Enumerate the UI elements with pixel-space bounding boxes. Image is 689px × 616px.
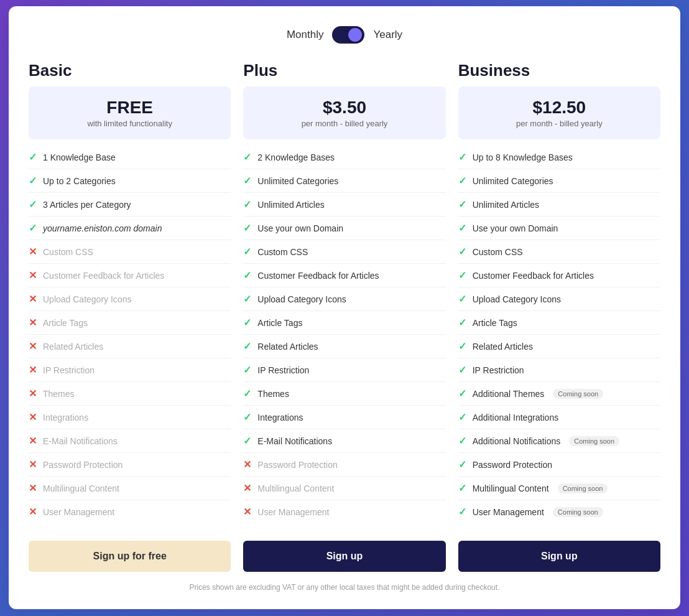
feature-item-basic-10: ✕Themes bbox=[29, 382, 231, 406]
feature-label-basic-4: Custom CSS bbox=[43, 247, 93, 257]
feature-label-business-6: Upload Category Icons bbox=[473, 294, 561, 304]
feature-label-business-0: Up to 8 Knowledge Bases bbox=[473, 152, 573, 162]
check-icon: ✓ bbox=[243, 175, 251, 187]
feature-item-basic-2: ✓3 Articles per Category bbox=[29, 193, 231, 217]
feature-label-business-2: Unlimited Articles bbox=[473, 200, 539, 210]
plan-name-business: Business bbox=[458, 61, 660, 80]
feature-item-basic-8: ✕Related Articles bbox=[29, 335, 231, 358]
check-icon: ✓ bbox=[458, 340, 466, 352]
feature-label-business-3: Use your own Domain bbox=[473, 223, 558, 233]
check-icon: ✓ bbox=[29, 151, 37, 163]
plan-name-plus: Plus bbox=[243, 61, 445, 80]
feature-label-basic-12: E-Mail Notifications bbox=[43, 436, 118, 446]
feature-item-basic-11: ✕Integrations bbox=[29, 406, 231, 429]
feature-label-plus-10: Themes bbox=[257, 389, 289, 399]
feature-label-plus-9: IP Restriction bbox=[257, 365, 309, 375]
feature-label-basic-15: User Management bbox=[43, 507, 114, 517]
feature-item-business-8: ✓Related Articles bbox=[458, 335, 660, 358]
check-icon: ✓ bbox=[458, 506, 466, 518]
feature-label-plus-8: Related Articles bbox=[257, 342, 318, 352]
coming-soon-badge: Coming soon bbox=[553, 507, 603, 517]
feature-item-plus-1: ✓Unlimited Categories bbox=[243, 169, 445, 193]
signup-button-business[interactable]: Sign up bbox=[458, 541, 660, 572]
feature-item-plus-7: ✓Article Tags bbox=[243, 311, 445, 335]
pricing-card: Monthly Yearly BasicFREEwith limited fun… bbox=[9, 6, 680, 609]
check-icon: ✓ bbox=[458, 175, 466, 187]
feature-label-business-1: Unlimited Categories bbox=[473, 176, 553, 186]
feature-item-basic-12: ✕E-Mail Notifications bbox=[29, 429, 231, 453]
feature-label-basic-1: Up to 2 Categories bbox=[43, 176, 116, 186]
plans-footer[interactable]: Sign up for freeSign upSign up bbox=[29, 541, 660, 572]
feature-item-plus-10: ✓Themes bbox=[243, 382, 445, 406]
feature-item-plus-12: ✓E-Mail Notifications bbox=[243, 429, 445, 453]
feature-label-plus-13: Password Protection bbox=[257, 460, 337, 470]
feature-label-basic-3: yourname.eniston.com domain bbox=[43, 223, 162, 233]
disclaimer: Prices shown are excluding VAT or any ot… bbox=[29, 583, 660, 592]
feature-label-plus-11: Integrations bbox=[257, 413, 303, 422]
feature-item-business-0: ✓Up to 8 Knowledge Bases bbox=[458, 146, 660, 169]
yearly-label: Yearly bbox=[373, 29, 402, 41]
feature-list-basic: ✓1 Knowledge Base✓Up to 2 Categories✓3 A… bbox=[29, 146, 231, 523]
feature-item-plus-5: ✓Customer Feedback for Articles bbox=[243, 264, 445, 287]
check-icon: ✓ bbox=[458, 293, 466, 305]
cross-icon: ✕ bbox=[243, 459, 251, 470]
feature-item-basic-15: ✕User Management bbox=[29, 500, 231, 523]
feature-item-plus-14: ✕Multilingual Content bbox=[243, 477, 445, 500]
cross-icon: ✕ bbox=[29, 482, 37, 494]
feature-item-plus-6: ✓Upload Category Icons bbox=[243, 287, 445, 311]
cross-icon: ✕ bbox=[29, 506, 37, 518]
feature-label-basic-6: Upload Category Icons bbox=[43, 294, 131, 304]
feature-item-basic-0: ✓1 Knowledge Base bbox=[29, 146, 231, 169]
price-sub-basic: with limited functionality bbox=[87, 119, 172, 128]
price-main-basic: FREE bbox=[106, 98, 153, 118]
cross-icon: ✕ bbox=[243, 482, 251, 494]
feature-item-business-7: ✓Article Tags bbox=[458, 311, 660, 335]
feature-label-basic-8: Related Articles bbox=[43, 342, 103, 352]
feature-label-basic-5: Customer Feedback for Articles bbox=[43, 271, 164, 281]
coming-soon-badge: Coming soon bbox=[553, 389, 603, 399]
feature-item-business-10: ✓Additional ThemesComing soon bbox=[458, 382, 660, 406]
check-icon: ✓ bbox=[243, 411, 251, 423]
cross-icon: ✕ bbox=[243, 506, 251, 518]
cross-icon: ✕ bbox=[29, 317, 37, 329]
check-icon: ✓ bbox=[458, 364, 466, 376]
signup-button-basic[interactable]: Sign up for free bbox=[29, 541, 231, 572]
cross-icon: ✕ bbox=[29, 435, 37, 447]
check-icon: ✓ bbox=[243, 269, 251, 281]
feature-item-plus-15: ✕User Management bbox=[243, 500, 445, 523]
check-icon: ✓ bbox=[243, 317, 251, 329]
check-icon: ✓ bbox=[458, 459, 466, 470]
feature-label-business-5: Customer Feedback for Articles bbox=[473, 271, 594, 281]
cross-icon: ✕ bbox=[29, 340, 37, 352]
cross-icon: ✕ bbox=[29, 246, 37, 258]
billing-toggle[interactable] bbox=[332, 26, 364, 44]
feature-item-plus-3: ✓Use your own Domain bbox=[243, 217, 445, 240]
price-sub-plus: per month - billed yearly bbox=[302, 119, 388, 128]
feature-label-plus-7: Article Tags bbox=[257, 318, 302, 328]
check-icon: ✓ bbox=[243, 435, 251, 447]
feature-label-plus-2: Unlimited Articles bbox=[257, 200, 324, 210]
feature-label-basic-11: Integrations bbox=[43, 413, 88, 422]
check-icon: ✓ bbox=[243, 246, 251, 258]
check-icon: ✓ bbox=[243, 222, 251, 234]
feature-item-basic-1: ✓Up to 2 Categories bbox=[29, 169, 231, 193]
feature-item-business-6: ✓Upload Category Icons bbox=[458, 287, 660, 311]
price-main-plus: $3.50 bbox=[323, 98, 366, 118]
feature-label-business-15: User Management bbox=[473, 507, 544, 517]
feature-item-basic-9: ✕IP Restriction bbox=[29, 358, 231, 382]
plan-name-basic: Basic bbox=[29, 61, 231, 80]
feature-label-plus-12: E-Mail Notifications bbox=[257, 436, 332, 446]
feature-item-business-3: ✓Use your own Domain bbox=[458, 217, 660, 240]
signup-button-plus[interactable]: Sign up bbox=[243, 541, 445, 572]
check-icon: ✓ bbox=[458, 269, 466, 281]
check-icon: ✓ bbox=[458, 388, 466, 399]
check-icon: ✓ bbox=[243, 388, 251, 399]
price-main-business: $12.50 bbox=[533, 98, 586, 118]
billing-toggle-row: Monthly Yearly bbox=[29, 26, 660, 44]
feature-label-plus-15: User Management bbox=[257, 507, 329, 517]
price-box-basic: FREEwith limited functionality bbox=[29, 86, 231, 139]
feature-label-plus-5: Customer Feedback for Articles bbox=[257, 271, 379, 281]
feature-item-basic-5: ✕Customer Feedback for Articles bbox=[29, 264, 231, 287]
feature-label-basic-2: 3 Articles per Category bbox=[43, 200, 131, 210]
feature-item-plus-0: ✓2 Knowledge Bases bbox=[243, 146, 445, 169]
